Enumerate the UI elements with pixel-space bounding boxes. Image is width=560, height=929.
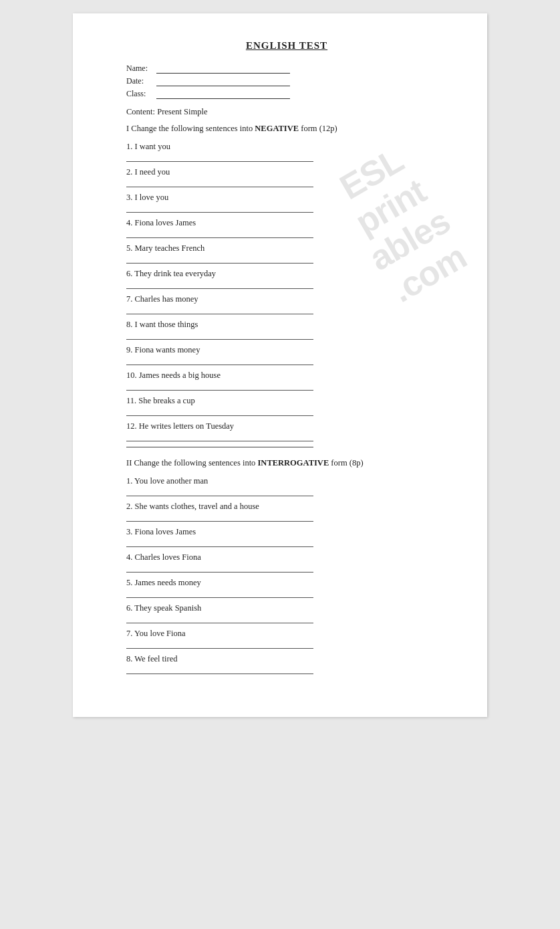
list-item: 5. James needs money xyxy=(126,575,447,598)
section2-instruction-suffix: form (8p) xyxy=(329,458,363,468)
content-label: Content: Present Simple xyxy=(126,107,447,117)
list-item: 6. They drink tea everyday xyxy=(126,266,447,289)
sentence-text: 10. James needs a big house xyxy=(126,371,447,381)
date-field-row: Date: xyxy=(126,76,447,86)
answer-line[interactable] xyxy=(126,639,313,649)
list-item: 4. Charles loves Fiona xyxy=(126,550,447,573)
answer-line[interactable] xyxy=(126,203,313,213)
sentence-text: 2. I need you xyxy=(126,167,447,177)
answer-line[interactable] xyxy=(126,152,313,162)
sentence-text: 5. Mary teaches French xyxy=(126,243,447,253)
list-item: 10. James needs a big house xyxy=(126,368,447,391)
answer-line[interactable] xyxy=(126,254,313,264)
sentence-text: 2. She wants clothes, travel and a house xyxy=(126,502,447,512)
answer-line[interactable] xyxy=(126,589,313,598)
name-field-row: Name: xyxy=(126,64,447,74)
sentence-text: 4. Fiona loves James xyxy=(126,218,447,228)
list-item: 1. You love another man xyxy=(126,474,447,496)
section2-instruction: II Change the following sentences into I… xyxy=(126,458,447,468)
sentence-text: 4. Charles loves Fiona xyxy=(126,552,447,562)
section1-instruction: I Change the following sentences into NE… xyxy=(126,124,447,134)
date-input-line[interactable] xyxy=(156,77,290,86)
name-label: Name: xyxy=(126,64,156,74)
answer-line[interactable] xyxy=(126,432,313,441)
list-item: 3. Fiona loves James xyxy=(126,524,447,547)
class-label: Class: xyxy=(126,89,156,99)
answer-line[interactable] xyxy=(126,356,313,365)
section2-instruction-bold: INTERROGATIVE xyxy=(257,458,329,468)
answer-line[interactable] xyxy=(126,178,313,187)
list-item: 2. I need you xyxy=(126,165,447,187)
sentence-text: 7. Charles has money xyxy=(126,294,447,304)
list-item: 6. They speak Spanish xyxy=(126,601,447,623)
list-item: 11. She breaks a cup xyxy=(126,393,447,416)
list-item: 5. Mary teaches French xyxy=(126,241,447,264)
sentence-text: 3. Fiona loves James xyxy=(126,527,447,537)
answer-line[interactable] xyxy=(126,330,313,340)
section1-instruction-prefix: I Change the following sentences into xyxy=(126,124,255,133)
class-field-row: Class: xyxy=(126,89,447,99)
answer-line[interactable] xyxy=(126,563,313,573)
answer-line[interactable] xyxy=(126,280,313,289)
sentence-text: 1. You love another man xyxy=(126,476,447,486)
sentence-text: 12. He writes letters on Tuesday xyxy=(126,421,447,431)
sentence-text: 1. I want you xyxy=(126,142,447,152)
answer-line[interactable] xyxy=(126,614,313,623)
sentence-text: 6. They speak Spanish xyxy=(126,603,447,613)
list-item: 3. I love you xyxy=(126,190,447,213)
answer-line[interactable] xyxy=(126,381,313,391)
fields-section: Name: Date: Class: xyxy=(126,64,447,99)
answer-line[interactable] xyxy=(126,407,313,416)
page-title: English Test xyxy=(126,40,447,51)
date-label: Date: xyxy=(126,76,156,86)
list-item: 9. Fiona wants money xyxy=(126,342,447,365)
sentence-text: 9. Fiona wants money xyxy=(126,345,447,355)
section2-sentences: 1. You love another man2. She wants clot… xyxy=(126,474,447,674)
section-divider xyxy=(126,447,313,447)
answer-line[interactable] xyxy=(126,229,313,238)
sentence-text: 5. James needs money xyxy=(126,578,447,588)
answer-line[interactable] xyxy=(126,305,313,314)
sentence-text: 7. You love Fiona xyxy=(126,629,447,639)
section1-instruction-bold: NEGATIVE xyxy=(255,124,299,133)
list-item: 1. I want you xyxy=(126,139,447,162)
sentence-text: 8. We feel tired xyxy=(126,654,447,664)
list-item: 2. She wants clothes, travel and a house xyxy=(126,499,447,522)
list-item: 8. I want those things xyxy=(126,317,447,340)
section1-instruction-suffix: form (12p) xyxy=(299,124,337,133)
answer-line[interactable] xyxy=(126,512,313,522)
list-item: 12. He writes letters on Tuesday xyxy=(126,419,447,441)
list-item: 4. Fiona loves James xyxy=(126,215,447,238)
class-input-line[interactable] xyxy=(156,90,290,99)
list-item: 7. You love Fiona xyxy=(126,626,447,649)
answer-line[interactable] xyxy=(126,538,313,547)
list-item: 8. We feel tired xyxy=(126,651,447,674)
sentence-text: 6. They drink tea everyday xyxy=(126,269,447,279)
page: ESLprintables.com English Test Name: Dat… xyxy=(73,13,487,717)
sentence-text: 11. She breaks a cup xyxy=(126,396,447,406)
section1-sentences: 1. I want you2. I need you3. I love you4… xyxy=(126,139,447,441)
name-input-line[interactable] xyxy=(156,64,290,74)
answer-line[interactable] xyxy=(126,487,313,496)
section2-instruction-prefix: II Change the following sentences into xyxy=(126,458,257,468)
sentence-text: 8. I want those things xyxy=(126,320,447,330)
sentence-text: 3. I love you xyxy=(126,193,447,203)
list-item: 7. Charles has money xyxy=(126,292,447,314)
answer-line[interactable] xyxy=(126,665,313,674)
